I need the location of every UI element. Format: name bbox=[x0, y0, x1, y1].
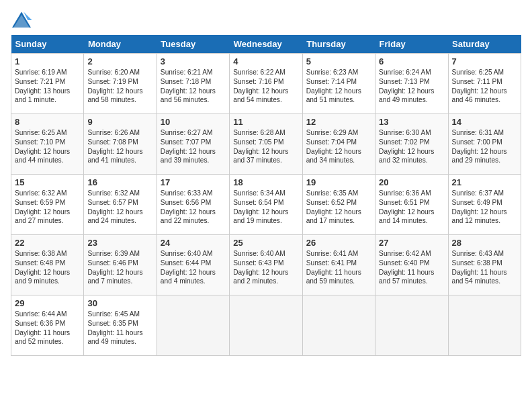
col-tuesday: Tuesday bbox=[157, 35, 229, 54]
week-row: 29Sunrise: 6:44 AM Sunset: 6:36 PM Dayli… bbox=[11, 295, 521, 356]
calendar-cell: 7Sunrise: 6:25 AM Sunset: 7:11 PM Daylig… bbox=[448, 54, 521, 114]
day-number: 23 bbox=[87, 238, 152, 248]
calendar-table: Sunday Monday Tuesday Wednesday Thursday… bbox=[11, 35, 521, 356]
calendar-cell: 6Sunrise: 6:24 AM Sunset: 7:13 PM Daylig… bbox=[375, 54, 448, 114]
day-number: 24 bbox=[161, 238, 226, 248]
week-row: 1Sunrise: 6:19 AM Sunset: 7:21 PM Daylig… bbox=[11, 54, 521, 114]
header-row: Sunday Monday Tuesday Wednesday Thursday… bbox=[11, 35, 521, 54]
calendar-cell: 22Sunrise: 6:38 AM Sunset: 6:48 PM Dayli… bbox=[11, 235, 84, 295]
calendar-cell: 17Sunrise: 6:33 AM Sunset: 6:56 PM Dayli… bbox=[157, 175, 229, 235]
calendar-cell bbox=[375, 295, 448, 356]
calendar-cell bbox=[157, 295, 229, 356]
day-number: 26 bbox=[306, 238, 371, 248]
cell-content: Sunrise: 6:30 AM Sunset: 7:02 PM Dayligh… bbox=[379, 128, 444, 165]
cell-content: Sunrise: 6:36 AM Sunset: 6:51 PM Dayligh… bbox=[379, 189, 444, 226]
day-number: 27 bbox=[379, 238, 444, 248]
cell-content: Sunrise: 6:43 AM Sunset: 6:38 PM Dayligh… bbox=[452, 249, 517, 286]
day-number: 28 bbox=[452, 238, 517, 248]
cell-content: Sunrise: 6:22 AM Sunset: 7:16 PM Dayligh… bbox=[233, 68, 298, 105]
day-number: 29 bbox=[15, 298, 80, 308]
col-saturday: Saturday bbox=[448, 35, 521, 54]
calendar-cell: 24Sunrise: 6:40 AM Sunset: 6:44 PM Dayli… bbox=[157, 235, 229, 295]
cell-content: Sunrise: 6:19 AM Sunset: 7:21 PM Dayligh… bbox=[15, 68, 80, 105]
calendar-cell: 27Sunrise: 6:42 AM Sunset: 6:40 PM Dayli… bbox=[375, 235, 448, 295]
day-number: 3 bbox=[161, 56, 226, 66]
day-number: 2 bbox=[87, 56, 152, 66]
calendar-cell: 11Sunrise: 6:28 AM Sunset: 7:05 PM Dayli… bbox=[230, 114, 302, 175]
col-friday: Friday bbox=[375, 35, 448, 54]
calendar-cell: 14Sunrise: 6:31 AM Sunset: 7:00 PM Dayli… bbox=[448, 114, 521, 175]
day-number: 21 bbox=[452, 177, 517, 187]
calendar-cell: 26Sunrise: 6:41 AM Sunset: 6:41 PM Dayli… bbox=[302, 235, 375, 295]
calendar-cell: 1Sunrise: 6:19 AM Sunset: 7:21 PM Daylig… bbox=[11, 54, 84, 114]
day-number: 20 bbox=[379, 177, 444, 187]
calendar-cell: 21Sunrise: 6:37 AM Sunset: 6:49 PM Dayli… bbox=[448, 175, 521, 235]
col-thursday: Thursday bbox=[302, 35, 375, 54]
calendar-cell: 13Sunrise: 6:30 AM Sunset: 7:02 PM Dayli… bbox=[375, 114, 448, 175]
day-number: 18 bbox=[233, 177, 298, 187]
calendar-cell: 23Sunrise: 6:39 AM Sunset: 6:46 PM Dayli… bbox=[84, 235, 157, 295]
cell-content: Sunrise: 6:35 AM Sunset: 6:52 PM Dayligh… bbox=[306, 189, 371, 226]
cell-content: Sunrise: 6:25 AM Sunset: 7:10 PM Dayligh… bbox=[15, 128, 80, 165]
calendar-cell: 30Sunrise: 6:45 AM Sunset: 6:35 PM Dayli… bbox=[84, 295, 157, 356]
day-number: 11 bbox=[233, 117, 298, 127]
day-number: 6 bbox=[379, 56, 444, 66]
cell-content: Sunrise: 6:26 AM Sunset: 7:08 PM Dayligh… bbox=[87, 128, 152, 165]
calendar-cell: 4Sunrise: 6:22 AM Sunset: 7:16 PM Daylig… bbox=[230, 54, 302, 114]
cell-content: Sunrise: 6:40 AM Sunset: 6:43 PM Dayligh… bbox=[233, 249, 298, 286]
calendar-cell: 20Sunrise: 6:36 AM Sunset: 6:51 PM Dayli… bbox=[375, 175, 448, 235]
day-number: 25 bbox=[233, 238, 298, 248]
cell-content: Sunrise: 6:24 AM Sunset: 7:13 PM Dayligh… bbox=[379, 68, 444, 105]
calendar-cell bbox=[448, 295, 521, 356]
logo-icon bbox=[11, 11, 32, 30]
cell-content: Sunrise: 6:25 AM Sunset: 7:11 PM Dayligh… bbox=[452, 68, 517, 105]
calendar-cell: 28Sunrise: 6:43 AM Sunset: 6:38 PM Dayli… bbox=[448, 235, 521, 295]
day-number: 10 bbox=[161, 117, 226, 127]
cell-content: Sunrise: 6:31 AM Sunset: 7:00 PM Dayligh… bbox=[452, 128, 517, 165]
cell-content: Sunrise: 6:27 AM Sunset: 7:07 PM Dayligh… bbox=[161, 128, 226, 165]
day-number: 30 bbox=[87, 298, 152, 308]
day-number: 17 bbox=[161, 177, 226, 187]
cell-content: Sunrise: 6:38 AM Sunset: 6:48 PM Dayligh… bbox=[15, 249, 80, 286]
page-header bbox=[11, 11, 521, 30]
cell-content: Sunrise: 6:39 AM Sunset: 6:46 PM Dayligh… bbox=[87, 249, 152, 286]
calendar-cell: 3Sunrise: 6:21 AM Sunset: 7:18 PM Daylig… bbox=[157, 54, 229, 114]
day-number: 9 bbox=[87, 117, 152, 127]
cell-content: Sunrise: 6:32 AM Sunset: 6:59 PM Dayligh… bbox=[15, 189, 80, 226]
cell-content: Sunrise: 6:45 AM Sunset: 6:35 PM Dayligh… bbox=[87, 310, 152, 347]
calendar-cell: 2Sunrise: 6:20 AM Sunset: 7:19 PM Daylig… bbox=[84, 54, 157, 114]
cell-content: Sunrise: 6:20 AM Sunset: 7:19 PM Dayligh… bbox=[87, 68, 152, 105]
col-monday: Monday bbox=[84, 35, 157, 54]
day-number: 19 bbox=[306, 177, 371, 187]
day-number: 1 bbox=[15, 56, 80, 66]
calendar-cell: 18Sunrise: 6:34 AM Sunset: 6:54 PM Dayli… bbox=[230, 175, 302, 235]
logo bbox=[11, 11, 35, 30]
cell-content: Sunrise: 6:41 AM Sunset: 6:41 PM Dayligh… bbox=[306, 249, 371, 286]
calendar-cell: 10Sunrise: 6:27 AM Sunset: 7:07 PM Dayli… bbox=[157, 114, 229, 175]
cell-content: Sunrise: 6:34 AM Sunset: 6:54 PM Dayligh… bbox=[233, 189, 298, 226]
day-number: 7 bbox=[452, 56, 517, 66]
calendar-cell: 25Sunrise: 6:40 AM Sunset: 6:43 PM Dayli… bbox=[230, 235, 302, 295]
day-number: 13 bbox=[379, 117, 444, 127]
col-sunday: Sunday bbox=[11, 35, 84, 54]
calendar-cell bbox=[302, 295, 375, 356]
calendar-cell: 19Sunrise: 6:35 AM Sunset: 6:52 PM Dayli… bbox=[302, 175, 375, 235]
cell-content: Sunrise: 6:37 AM Sunset: 6:49 PM Dayligh… bbox=[452, 189, 517, 226]
calendar-cell bbox=[230, 295, 302, 356]
cell-content: Sunrise: 6:21 AM Sunset: 7:18 PM Dayligh… bbox=[161, 68, 226, 105]
week-row: 22Sunrise: 6:38 AM Sunset: 6:48 PM Dayli… bbox=[11, 235, 521, 295]
cell-content: Sunrise: 6:44 AM Sunset: 6:36 PM Dayligh… bbox=[15, 310, 80, 347]
cell-content: Sunrise: 6:42 AM Sunset: 6:40 PM Dayligh… bbox=[379, 249, 444, 286]
col-wednesday: Wednesday bbox=[230, 35, 302, 54]
cell-content: Sunrise: 6:23 AM Sunset: 7:14 PM Dayligh… bbox=[306, 68, 371, 105]
day-number: 14 bbox=[452, 117, 517, 127]
calendar-cell: 15Sunrise: 6:32 AM Sunset: 6:59 PM Dayli… bbox=[11, 175, 84, 235]
day-number: 5 bbox=[306, 56, 371, 66]
week-row: 15Sunrise: 6:32 AM Sunset: 6:59 PM Dayli… bbox=[11, 175, 521, 235]
calendar-body: 1Sunrise: 6:19 AM Sunset: 7:21 PM Daylig… bbox=[11, 54, 521, 356]
cell-content: Sunrise: 6:29 AM Sunset: 7:04 PM Dayligh… bbox=[306, 128, 371, 165]
day-number: 16 bbox=[87, 177, 152, 187]
cell-content: Sunrise: 6:40 AM Sunset: 6:44 PM Dayligh… bbox=[161, 249, 226, 286]
day-number: 12 bbox=[306, 117, 371, 127]
calendar-cell: 5Sunrise: 6:23 AM Sunset: 7:14 PM Daylig… bbox=[302, 54, 375, 114]
